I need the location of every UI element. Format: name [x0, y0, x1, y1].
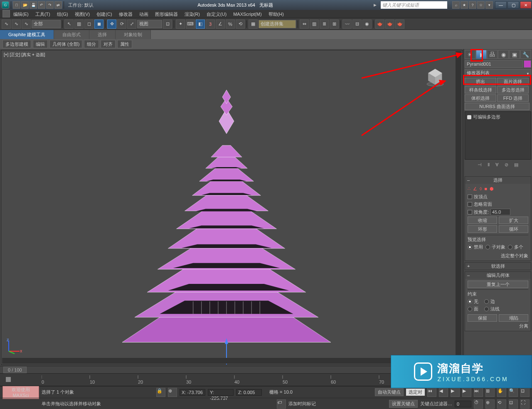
- track-hierarchy-icon[interactable]: [5, 376, 12, 383]
- edit-named-icon[interactable]: ▦: [249, 20, 258, 29]
- link-tool-icon[interactable]: ∿: [2, 20, 11, 29]
- lock-icon[interactable]: 🔒: [156, 388, 165, 397]
- minimize-button[interactable]: —: [495, 1, 507, 9]
- bind-tool-icon[interactable]: ∿: [22, 20, 31, 29]
- menu-item[interactable]: MAXScript(M): [230, 12, 265, 17]
- motion-tab-icon[interactable]: ◉: [498, 50, 509, 59]
- menu-item[interactable]: 图形编辑器: [152, 12, 181, 17]
- play-icon[interactable]: ▶: [451, 388, 460, 397]
- menu-item[interactable]: 编辑(E): [10, 12, 32, 17]
- hierarchy-tab-icon[interactable]: 品: [487, 50, 498, 59]
- rollout-header[interactable]: 选择: [465, 177, 531, 184]
- new-icon[interactable]: □: [13, 1, 20, 9]
- curve-editor-icon[interactable]: 〰: [342, 20, 352, 29]
- select-name-icon[interactable]: ▥: [74, 20, 84, 29]
- abs-icon[interactable]: ⊕: [168, 388, 177, 397]
- redo-icon[interactable]: ↷: [46, 1, 54, 9]
- unique-icon[interactable]: ∀: [495, 162, 499, 168]
- nav2-icon[interactable]: ✋: [497, 388, 506, 397]
- ref-coord-dropdown[interactable]: 视图: [137, 20, 162, 28]
- collapse-button[interactable]: 塌陷: [499, 314, 528, 322]
- vertical-scrollbar[interactable]: [456, 51, 461, 357]
- nav1-icon[interactable]: ⊞: [485, 388, 495, 397]
- save-icon[interactable]: 💾: [30, 1, 37, 9]
- ribbon-button[interactable]: 细分: [84, 40, 99, 48]
- menu-item[interactable]: 自定义(U): [203, 12, 230, 17]
- unlink-tool-icon[interactable]: ∿: [12, 20, 21, 29]
- preview-disable-radio[interactable]: [468, 245, 472, 249]
- menu-item[interactable]: 动画: [136, 12, 152, 17]
- create-tab-icon[interactable]: ✳: [465, 50, 475, 59]
- help-icon[interactable]: ?: [469, 1, 476, 9]
- modifier-button[interactable]: 挤出: [465, 78, 496, 85]
- search-input[interactable]: 键入关键字或短语: [381, 1, 447, 9]
- select-region-icon[interactable]: ◻: [84, 20, 94, 29]
- coord-x[interactable]: X: -73.706: [180, 389, 205, 396]
- render-frame-icon[interactable]: 🫖: [385, 20, 394, 29]
- nav5-icon[interactable]: ⊕: [485, 399, 495, 409]
- utilities-tab-icon[interactable]: 🔧: [520, 50, 531, 59]
- auto-key-button[interactable]: 自动关键点: [375, 388, 404, 396]
- loop-button[interactable]: 循环: [499, 225, 528, 233]
- more-icon[interactable]: ▾: [485, 1, 493, 9]
- viewport-label[interactable]: [+] [正交] [真实 + 边面]: [4, 52, 45, 58]
- ribbon-tab[interactable]: Graphite 建模工具: [0, 30, 54, 39]
- shrink-button[interactable]: 收缩: [468, 217, 497, 224]
- ribbon-button[interactable]: 多边形建模: [2, 40, 31, 48]
- viewport[interactable]: [+] [正交] [真实 + 边面]: [1, 50, 463, 365]
- schematic-icon[interactable]: ⊟: [352, 20, 362, 29]
- align-icon[interactable]: ▥: [310, 20, 319, 29]
- modifier-stack[interactable]: 可编辑多边形: [465, 111, 531, 160]
- scale-tool-icon[interactable]: ⤢: [127, 20, 136, 29]
- star-icon[interactable]: ☆: [477, 1, 485, 9]
- render-icon[interactable]: 🫖: [395, 20, 404, 29]
- ignore-backface-checkbox[interactable]: [468, 202, 472, 207]
- show-end-icon[interactable]: Ⅱ: [488, 162, 490, 168]
- key-filter-button[interactable]: 关键点过滤器…: [420, 401, 452, 407]
- link-icon[interactable]: ⇄: [54, 1, 62, 9]
- workspace-label[interactable]: 工作台: 默认: [66, 2, 96, 8]
- modifier-button[interactable]: 样条线选择: [465, 86, 496, 94]
- nav8-icon[interactable]: ⛶: [520, 399, 530, 409]
- preview-subobj-radio[interactable]: [485, 245, 490, 249]
- play-prev-icon[interactable]: ◀: [439, 388, 448, 397]
- vertex-subobj-icon[interactable]: ∴: [468, 186, 470, 192]
- snap3-icon[interactable]: 3: [206, 20, 215, 29]
- create-set-dropdown[interactable]: 创建选择集: [259, 20, 296, 28]
- angle-spinner[interactable]: 45.0: [490, 209, 510, 215]
- add-marker[interactable]: 添加时间标记: [288, 401, 316, 407]
- element-subobj-icon[interactable]: ⬢: [490, 186, 494, 192]
- play-end-icon[interactable]: ⏭: [474, 388, 483, 397]
- polygon-subobj-icon[interactable]: ■: [484, 186, 487, 192]
- maximize-button[interactable]: ▢: [507, 1, 519, 9]
- modifier-button[interactable]: NURBS 曲面选择: [465, 103, 530, 110]
- pin-stack-icon[interactable]: ⊣: [478, 162, 482, 168]
- object-color-swatch[interactable]: [524, 60, 531, 68]
- play-start-icon[interactable]: ⏮: [427, 388, 436, 397]
- menu-item[interactable]: 组(G): [54, 12, 71, 17]
- material-icon[interactable]: ◉: [362, 20, 372, 29]
- display-tab-icon[interactable]: ▣: [509, 50, 520, 59]
- app-menu-icon[interactable]: [2, 10, 10, 17]
- modifier-list-dropdown[interactable]: 修改器列表: [465, 69, 531, 76]
- repeat-last-button[interactable]: 重复上一个: [468, 281, 528, 288]
- constraint-normal-radio[interactable]: [484, 307, 489, 311]
- stack-item[interactable]: 可编辑多边形: [466, 113, 530, 121]
- time-tag-icon[interactable]: 🏷: [277, 399, 286, 409]
- by-vertex-checkbox[interactable]: [468, 195, 472, 199]
- coord-z[interactable]: Z: 0.005: [236, 389, 262, 396]
- ribbon-tab[interactable]: 对象绘制: [116, 30, 151, 39]
- graphite-icon[interactable]: ⊞: [330, 20, 339, 29]
- configure-icon[interactable]: ▤: [514, 162, 518, 168]
- set-key-button[interactable]: 设置关键点: [389, 400, 418, 408]
- select-icon[interactable]: ↖: [64, 20, 74, 29]
- ribbon-button[interactable]: 几何体 (全部): [49, 40, 82, 48]
- percent-snap-icon[interactable]: %: [226, 20, 235, 29]
- time-config-icon[interactable]: ⏱: [474, 399, 483, 409]
- fav-icon[interactable]: ★: [461, 1, 468, 9]
- menu-item[interactable]: 修改器: [116, 12, 136, 17]
- modifier-button[interactable]: 体积选择: [465, 94, 496, 102]
- ribbon-tab[interactable]: 选择: [89, 30, 116, 39]
- constraint-edge-radio[interactable]: [484, 299, 489, 304]
- nav3-icon[interactable]: 🔍: [509, 388, 518, 397]
